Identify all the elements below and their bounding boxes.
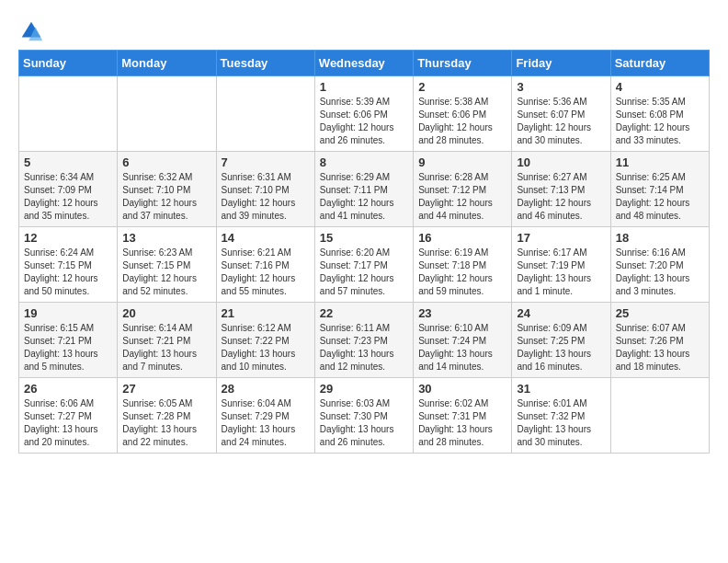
calendar-cell: 18Sunrise: 6:16 AM Sunset: 7:20 PM Dayli…	[610, 227, 709, 303]
calendar-cell: 8Sunrise: 6:29 AM Sunset: 7:11 PM Daylig…	[314, 152, 413, 227]
day-info: Sunrise: 5:39 AM Sunset: 6:06 PM Dayligh…	[320, 96, 408, 147]
day-info: Sunrise: 6:06 AM Sunset: 7:27 PM Dayligh…	[24, 397, 112, 449]
day-number: 17	[517, 231, 605, 245]
calendar-cell	[216, 76, 314, 152]
day-number: 13	[122, 231, 210, 245]
day-info: Sunrise: 6:03 AM Sunset: 7:30 PM Dayligh…	[320, 397, 408, 449]
day-number: 11	[616, 155, 704, 169]
weekday-header-monday: Monday	[118, 51, 216, 76]
day-info: Sunrise: 6:12 AM Sunset: 7:22 PM Dayligh…	[222, 322, 310, 373]
day-info: Sunrise: 6:34 AM Sunset: 7:09 PM Dayligh…	[24, 171, 112, 223]
calendar-cell: 16Sunrise: 6:19 AM Sunset: 7:18 PM Dayli…	[414, 227, 512, 303]
day-info: Sunrise: 6:16 AM Sunset: 7:20 PM Dayligh…	[616, 247, 704, 298]
day-number: 18	[616, 231, 704, 245]
day-number: 19	[24, 306, 112, 320]
day-number: 4	[616, 80, 704, 94]
day-number: 24	[517, 306, 605, 320]
calendar-cell: 5Sunrise: 6:34 AM Sunset: 7:09 PM Daylig…	[19, 152, 118, 227]
calendar-cell: 25Sunrise: 6:07 AM Sunset: 7:26 PM Dayli…	[610, 303, 709, 378]
calendar-cell: 19Sunrise: 6:15 AM Sunset: 7:21 PM Dayli…	[19, 303, 118, 378]
day-number: 29	[320, 382, 408, 396]
day-number: 25	[616, 306, 704, 320]
day-info: Sunrise: 6:27 AM Sunset: 7:13 PM Dayligh…	[517, 171, 605, 223]
day-info: Sunrise: 6:01 AM Sunset: 7:32 PM Dayligh…	[517, 397, 605, 449]
calendar-cell: 31Sunrise: 6:01 AM Sunset: 7:32 PM Dayli…	[512, 378, 610, 454]
calendar-cell: 15Sunrise: 6:20 AM Sunset: 7:17 PM Dayli…	[314, 227, 413, 303]
calendar-cell: 21Sunrise: 6:12 AM Sunset: 7:22 PM Dayli…	[216, 303, 314, 378]
calendar-cell: 24Sunrise: 6:09 AM Sunset: 7:25 PM Dayli…	[512, 303, 610, 378]
day-number: 31	[517, 382, 605, 396]
day-number: 12	[24, 231, 112, 245]
day-info: Sunrise: 6:29 AM Sunset: 7:11 PM Dayligh…	[320, 171, 408, 223]
day-number: 9	[418, 155, 506, 169]
page-header	[18, 18, 710, 44]
calendar-week-5: 26Sunrise: 6:06 AM Sunset: 7:27 PM Dayli…	[19, 378, 710, 454]
calendar-week-3: 12Sunrise: 6:24 AM Sunset: 7:15 PM Dayli…	[19, 227, 710, 303]
day-number: 5	[24, 155, 112, 169]
calendar-cell: 30Sunrise: 6:02 AM Sunset: 7:31 PM Dayli…	[414, 378, 512, 454]
calendar-cell: 13Sunrise: 6:23 AM Sunset: 7:15 PM Dayli…	[118, 227, 216, 303]
calendar-cell: 29Sunrise: 6:03 AM Sunset: 7:30 PM Dayli…	[314, 378, 413, 454]
day-info: Sunrise: 6:09 AM Sunset: 7:25 PM Dayligh…	[517, 322, 605, 373]
calendar-table: SundayMondayTuesdayWednesdayThursdayFrid…	[18, 50, 710, 454]
day-number: 3	[517, 80, 605, 94]
day-number: 15	[320, 231, 408, 245]
day-info: Sunrise: 5:38 AM Sunset: 6:06 PM Dayligh…	[418, 96, 506, 147]
day-number: 20	[122, 306, 210, 320]
logo	[18, 18, 48, 44]
day-number: 2	[418, 80, 506, 94]
calendar-cell: 28Sunrise: 6:04 AM Sunset: 7:29 PM Dayli…	[216, 378, 314, 454]
weekday-header-sunday: Sunday	[19, 51, 118, 76]
calendar-cell: 7Sunrise: 6:31 AM Sunset: 7:10 PM Daylig…	[216, 152, 314, 227]
day-info: Sunrise: 6:32 AM Sunset: 7:10 PM Dayligh…	[122, 171, 210, 223]
day-number: 14	[222, 231, 310, 245]
calendar-cell: 17Sunrise: 6:17 AM Sunset: 7:19 PM Dayli…	[512, 227, 610, 303]
day-info: Sunrise: 6:21 AM Sunset: 7:16 PM Dayligh…	[222, 247, 310, 298]
day-number: 16	[418, 231, 506, 245]
calendar-cell: 10Sunrise: 6:27 AM Sunset: 7:13 PM Dayli…	[512, 152, 610, 227]
calendar-cell: 11Sunrise: 6:25 AM Sunset: 7:14 PM Dayli…	[610, 152, 709, 227]
day-info: Sunrise: 6:02 AM Sunset: 7:31 PM Dayligh…	[418, 397, 506, 449]
calendar-cell: 27Sunrise: 6:05 AM Sunset: 7:28 PM Dayli…	[118, 378, 216, 454]
logo-icon	[18, 18, 44, 44]
calendar-cell: 1Sunrise: 5:39 AM Sunset: 6:06 PM Daylig…	[314, 76, 413, 152]
weekday-header-thursday: Thursday	[414, 51, 512, 76]
day-info: Sunrise: 6:07 AM Sunset: 7:26 PM Dayligh…	[616, 322, 704, 373]
weekday-header-friday: Friday	[512, 51, 610, 76]
calendar-header-row: SundayMondayTuesdayWednesdayThursdayFrid…	[19, 51, 710, 76]
day-number: 26	[24, 382, 112, 396]
calendar-week-2: 5Sunrise: 6:34 AM Sunset: 7:09 PM Daylig…	[19, 152, 710, 227]
day-info: Sunrise: 6:14 AM Sunset: 7:21 PM Dayligh…	[122, 322, 210, 373]
day-info: Sunrise: 6:23 AM Sunset: 7:15 PM Dayligh…	[122, 247, 210, 298]
calendar-cell: 14Sunrise: 6:21 AM Sunset: 7:16 PM Dayli…	[216, 227, 314, 303]
calendar-week-4: 19Sunrise: 6:15 AM Sunset: 7:21 PM Dayli…	[19, 303, 710, 378]
calendar-cell: 3Sunrise: 5:36 AM Sunset: 6:07 PM Daylig…	[512, 76, 610, 152]
day-info: Sunrise: 6:17 AM Sunset: 7:19 PM Dayligh…	[517, 247, 605, 298]
day-info: Sunrise: 5:36 AM Sunset: 6:07 PM Dayligh…	[517, 96, 605, 147]
calendar-cell: 6Sunrise: 6:32 AM Sunset: 7:10 PM Daylig…	[118, 152, 216, 227]
day-info: Sunrise: 6:31 AM Sunset: 7:10 PM Dayligh…	[222, 171, 310, 223]
day-number: 23	[418, 306, 506, 320]
day-number: 27	[122, 382, 210, 396]
day-number: 22	[320, 306, 408, 320]
day-info: Sunrise: 6:11 AM Sunset: 7:23 PM Dayligh…	[320, 322, 408, 373]
calendar-cell	[19, 76, 118, 152]
calendar-cell: 20Sunrise: 6:14 AM Sunset: 7:21 PM Dayli…	[118, 303, 216, 378]
calendar-cell: 2Sunrise: 5:38 AM Sunset: 6:06 PM Daylig…	[414, 76, 512, 152]
day-number: 30	[418, 382, 506, 396]
calendar-cell: 9Sunrise: 6:28 AM Sunset: 7:12 PM Daylig…	[414, 152, 512, 227]
day-info: Sunrise: 6:04 AM Sunset: 7:29 PM Dayligh…	[222, 397, 310, 449]
day-number: 6	[122, 155, 210, 169]
weekday-header-wednesday: Wednesday	[314, 51, 413, 76]
day-info: Sunrise: 6:20 AM Sunset: 7:17 PM Dayligh…	[320, 247, 408, 298]
day-info: Sunrise: 6:15 AM Sunset: 7:21 PM Dayligh…	[24, 322, 112, 373]
calendar-cell	[610, 378, 709, 454]
calendar-cell: 23Sunrise: 6:10 AM Sunset: 7:24 PM Dayli…	[414, 303, 512, 378]
day-number: 7	[222, 155, 310, 169]
weekday-header-tuesday: Tuesday	[216, 51, 314, 76]
day-number: 1	[320, 80, 408, 94]
day-info: Sunrise: 6:05 AM Sunset: 7:28 PM Dayligh…	[122, 397, 210, 449]
day-number: 10	[517, 155, 605, 169]
calendar-week-1: 1Sunrise: 5:39 AM Sunset: 6:06 PM Daylig…	[19, 76, 710, 152]
calendar-cell: 12Sunrise: 6:24 AM Sunset: 7:15 PM Dayli…	[19, 227, 118, 303]
